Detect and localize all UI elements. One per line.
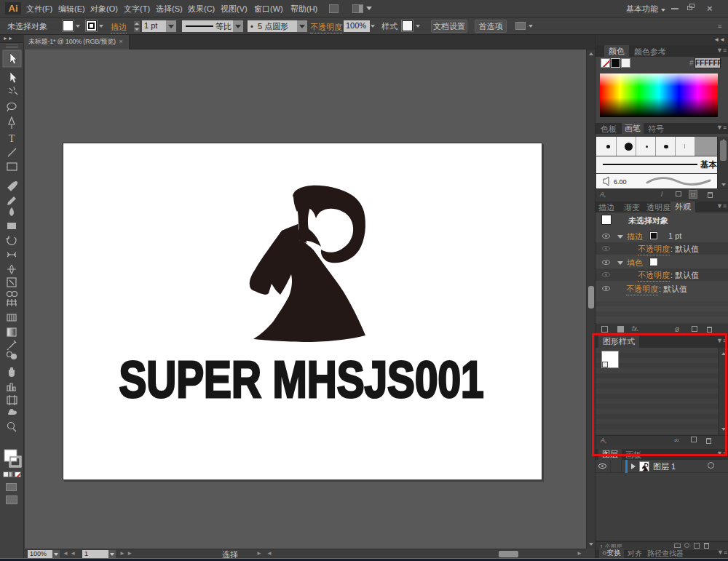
svg-text:SUPER MHSJS001: SUPER MHSJS001: [119, 351, 484, 408]
svg-text:T: T: [9, 133, 15, 144]
svg-text:6.00: 6.00: [614, 178, 627, 186]
